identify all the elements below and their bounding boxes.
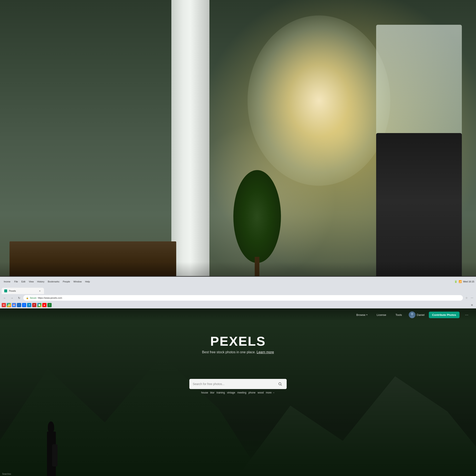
- search-container: Search for free photos... house blur tra…: [189, 379, 287, 394]
- pexels-logo: PEXELS: [202, 334, 274, 349]
- address-bar-row: ← → ↻ 🔒 Secure https://www.pexels.com ☆ …: [0, 294, 476, 302]
- svg-marker-0: [8, 304, 10, 306]
- learn-more-link[interactable]: Learn more: [257, 350, 274, 354]
- search-placeholder: Search for free photos...: [193, 382, 274, 386]
- wifi-icon: 📶: [459, 280, 462, 283]
- pexels-nav: Browse ▾ License Tools Daniel Cont: [0, 308, 476, 321]
- browser-toolbar: M 📅 ✓ ⬡ ✈ P ▶ ≡ ✕: [0, 302, 476, 308]
- tag-meeting[interactable]: meeting: [237, 391, 246, 394]
- license-nav-button[interactable]: License: [374, 312, 389, 318]
- more-options-button[interactable]: ⋯: [464, 312, 470, 318]
- address-url: https://www.pexels.com: [38, 297, 62, 299]
- browse-nav-button[interactable]: Browse ▾: [354, 312, 370, 318]
- person-silhouette: [38, 412, 64, 476]
- extension-chrome-icon[interactable]: [37, 303, 41, 307]
- search-button[interactable]: [277, 381, 283, 387]
- menu-help[interactable]: Help: [83, 280, 92, 283]
- svg-line-5: [281, 385, 282, 385]
- pexels-website: Browse ▾ License Tools Daniel Cont: [0, 308, 476, 476]
- extension-vpn-icon[interactable]: ⬡: [22, 303, 26, 307]
- tag-blur[interactable]: blur: [210, 391, 215, 394]
- contribute-photos-button[interactable]: Contribute Photos: [429, 312, 459, 318]
- refresh-button[interactable]: ↻: [16, 295, 22, 301]
- address-actions: ☆ ⋯: [464, 296, 474, 300]
- close-button[interactable]: ✕: [470, 303, 474, 307]
- tab-close-button[interactable]: ✕: [38, 289, 41, 293]
- user-profile[interactable]: Daniel: [409, 311, 425, 318]
- forward-button[interactable]: →: [9, 295, 15, 301]
- menu-items: File Edit View History Bookmarks People …: [13, 280, 92, 283]
- menu-edit[interactable]: Edit: [20, 280, 27, 283]
- browse-label: Browse: [356, 313, 365, 317]
- tabs-bar: Pexels ✕: [0, 287, 476, 294]
- extensions-icon[interactable]: ⋯: [470, 296, 474, 300]
- person-backpack: [52, 444, 58, 466]
- secure-text: Secure: [30, 297, 37, 299]
- menu-window[interactable]: Window: [72, 280, 83, 283]
- tag-more[interactable]: more →: [266, 391, 275, 394]
- tools-nav-button[interactable]: Tools: [393, 312, 404, 318]
- menu-history[interactable]: History: [35, 280, 46, 283]
- extension-sheets-icon[interactable]: ≡: [47, 303, 52, 307]
- search-box[interactable]: Search for free photos...: [189, 379, 287, 389]
- menu-file[interactable]: File: [13, 280, 20, 283]
- subtitle-text: Best free stock photos in one place.: [202, 350, 255, 354]
- chevron-down-icon: ▾: [366, 314, 368, 316]
- system-time: Wed 16:15: [463, 280, 474, 283]
- tag-training[interactable]: training: [217, 391, 225, 394]
- hero-text-block: PEXELS Best free stock photos in one pla…: [202, 334, 274, 354]
- svg-point-2: [411, 313, 413, 315]
- tag-wood[interactable]: wood: [258, 391, 264, 394]
- secure-icon: 🔒: [26, 297, 29, 299]
- tag-vintage[interactable]: vintage: [227, 391, 235, 394]
- menu-view[interactable]: View: [27, 280, 35, 283]
- user-avatar: [409, 311, 415, 318]
- pexels-hero: Browse ▾ License Tools Daniel Cont: [0, 308, 476, 476]
- extension-telegram-icon[interactable]: ✈: [27, 303, 31, 307]
- back-button[interactable]: ←: [2, 295, 8, 301]
- address-input[interactable]: 🔒 Secure https://www.pexels.com: [23, 295, 463, 301]
- svg-point-4: [279, 382, 281, 385]
- tab-favicon: [4, 289, 7, 292]
- person-head: [48, 421, 54, 433]
- monitor-frame: hrome File Edit View History Bookmarks P…: [0, 276, 476, 476]
- system-tray: 🔋 📶 Wed 16:15: [454, 280, 474, 283]
- search-tags: house blur training vintage meeting phon…: [189, 391, 287, 394]
- menu-bookmarks[interactable]: Bookmarks: [46, 280, 61, 283]
- hero-subtitle: Best free stock photos in one place. Lea…: [202, 350, 274, 354]
- menu-people[interactable]: People: [61, 280, 72, 283]
- user-name: Daniel: [417, 313, 425, 317]
- tab-title: Pexels: [9, 290, 36, 292]
- extension-pdf-icon[interactable]: P: [32, 303, 36, 307]
- extension-todo-icon[interactable]: ✓: [17, 303, 21, 307]
- app-name: hrome: [2, 280, 13, 283]
- bookmark-icon[interactable]: ☆: [464, 296, 469, 300]
- office-window-bright: [248, 16, 390, 186]
- tag-phone[interactable]: phone: [248, 391, 255, 394]
- browser-chrome: Pexels ✕ ← → ↻ 🔒 Secure https://www.pexe…: [0, 287, 476, 308]
- extension-youtube-icon[interactable]: ▶: [42, 303, 47, 307]
- extension-gmail-icon[interactable]: M: [2, 303, 6, 307]
- extension-calendar-icon[interactable]: 📅: [12, 303, 16, 307]
- tag-house[interactable]: house: [201, 391, 208, 394]
- os-menu-bar: hrome File Edit View History Bookmarks P…: [0, 277, 476, 287]
- battery-icon: 🔋: [454, 280, 457, 283]
- searches-label: Searches: [2, 473, 11, 475]
- active-tab[interactable]: Pexels ✕: [2, 288, 44, 294]
- extension-drive-icon[interactable]: [7, 303, 11, 307]
